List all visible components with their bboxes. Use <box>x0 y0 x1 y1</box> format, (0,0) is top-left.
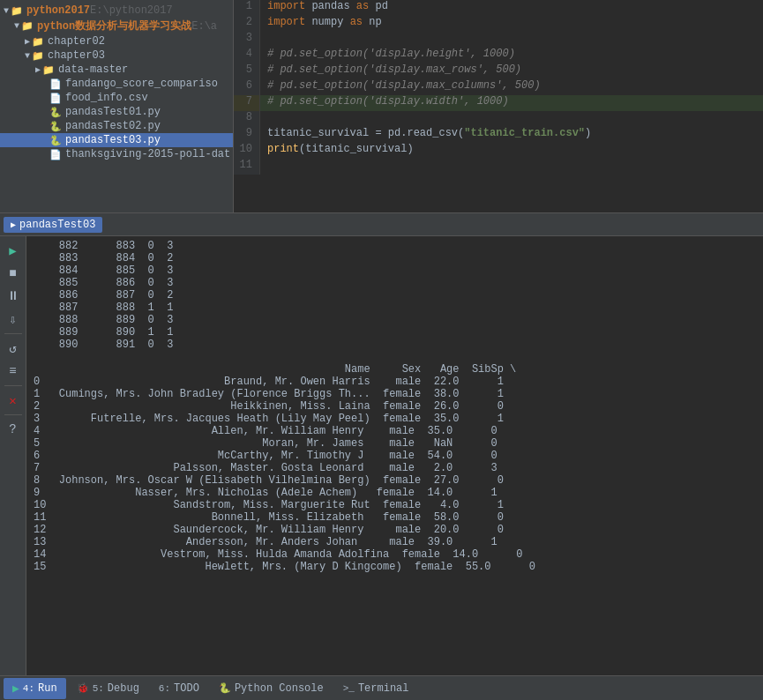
bottom-tab-todo[interactable]: 6: TODO <box>150 678 208 699</box>
file-icon: 📄 <box>49 149 62 160</box>
tab-number: 4: <box>23 683 34 694</box>
line-content[interactable]: # pd.set_option('display.max_rows', 500) <box>260 63 763 79</box>
code-line-10: 10 print(titanic_survival) <box>234 143 763 159</box>
code-line-6: 6 # pd.set_option('display.max_columns',… <box>234 79 763 95</box>
bottom-tab-terminal[interactable]: >_ Terminal <box>334 678 418 699</box>
tree-label: food_info.csv <box>65 92 148 104</box>
folder-icon: 📁 <box>21 20 34 32</box>
console-output: 882 883 0 3 883 884 0 2 884 885 0 3 885 … <box>26 236 763 675</box>
code-line-3: 3 <box>234 32 763 48</box>
line-content[interactable]: # pd.set_option('display.width', 1000) <box>260 95 763 111</box>
tree-item-fandango[interactable]: 📄 fandango_score_compariso <box>0 77 233 91</box>
toolbar-separator <box>4 414 22 415</box>
bottom-tab-run[interactable]: ▶ 4: Run <box>4 678 66 699</box>
line-content[interactable]: import pandas as pd <box>260 0 763 16</box>
run-tab-bar: ▶ pandasTest03 <box>0 213 763 236</box>
line-content[interactable]: print(titanic_survival) <box>260 143 763 159</box>
tree-label: data-master <box>58 63 128 76</box>
line-number: 11 <box>234 159 260 175</box>
tree-item-pandastest03[interactable]: 🐍 pandasTest03.py <box>0 133 233 147</box>
tree-label: chapter02 <box>48 35 105 48</box>
run-tab-pandastest03[interactable]: ▶ pandasTest03 <box>4 217 102 233</box>
code-editor: 1 import pandas as pd 2 import numpy as … <box>234 0 763 212</box>
line-content[interactable] <box>260 111 763 127</box>
tree-item-chapter02[interactable]: ▶ 📁 chapter02 <box>0 34 233 48</box>
file-icon: 📄 <box>49 93 62 104</box>
arrow-icon: ▶ <box>35 64 41 75</box>
folder-icon: 📁 <box>32 36 44 48</box>
file-icon: 📄 <box>49 78 62 90</box>
run-button[interactable]: ▶ <box>3 240 24 261</box>
tab-label: TODO <box>174 682 199 695</box>
line-number: 2 <box>234 16 260 32</box>
line-number: 9 <box>234 127 260 143</box>
code-line-1: 1 import pandas as pd <box>234 0 763 16</box>
bottom-tab-python-console[interactable]: 🐍 Python Console <box>210 678 333 699</box>
tab-label: Debug <box>108 682 139 695</box>
tree-item-chapter03[interactable]: ▼ 📁 chapter03 <box>0 48 233 63</box>
line-number: 6 <box>234 79 260 95</box>
tree-item-data-master[interactable]: ▶ 📁 data-master <box>0 63 233 77</box>
tab-label: Python Console <box>235 682 324 695</box>
code-line-9: 9 titanic_survival = pd.read_csv("titani… <box>234 127 763 143</box>
arrow-icon: ▼ <box>14 21 19 31</box>
line-content[interactable]: import numpy as np <box>260 16 763 32</box>
tree-item-pandastest02[interactable]: 🐍 pandasTest02.py <box>0 119 233 133</box>
bottom-tab-debug[interactable]: 🐞 5: Debug <box>68 678 148 699</box>
tab-number: 5: <box>93 683 104 694</box>
tree-item-python2017[interactable]: ▼ 📁 python2017 E:\python2017 <box>0 4 233 18</box>
line-number: 10 <box>234 143 260 159</box>
output-text: 882 883 0 3 883 884 0 2 884 885 0 3 885 … <box>34 240 535 573</box>
run-icon: ▶ <box>11 220 16 230</box>
tree-label: chapter03 <box>48 49 105 62</box>
tab-label: Run <box>38 682 57 695</box>
line-content[interactable]: # pd.set_option('display.max_columns', 5… <box>260 79 763 95</box>
tree-item-python-book[interactable]: ▼ 📁 python数据分析与机器学习实战 E:\a <box>0 18 233 34</box>
line-content[interactable]: titanic_survival = pd.read_csv("titanic_… <box>260 127 763 143</box>
tree-item-food-info[interactable]: 📄 food_info.csv <box>0 91 233 105</box>
file-tree: ▼ 📁 python2017 E:\python2017 ▼ 📁 python数… <box>0 0 234 212</box>
folder-icon: 📁 <box>42 64 55 76</box>
tree-label: python数据分析与机器学习实战 <box>37 19 191 34</box>
arrow-icon: ▼ <box>25 51 30 61</box>
terminal-icon: >_ <box>343 683 355 694</box>
py-file-icon: 🐍 <box>49 121 62 132</box>
tree-item-pandastest01[interactable]: 🐍 pandasTest01.py <box>0 105 233 119</box>
settings-button[interactable]: ≡ <box>3 361 24 382</box>
py-file-icon: 🐍 <box>49 107 62 118</box>
bug-icon: 🐞 <box>77 682 89 694</box>
toolbar-separator <box>4 333 22 334</box>
stop-button[interactable]: ■ <box>3 263 24 284</box>
play-icon: ▶ <box>12 681 19 696</box>
tree-label: pandasTest03.py <box>65 134 161 146</box>
pause-button[interactable]: ⏸ <box>3 286 24 307</box>
line-content[interactable] <box>260 32 763 48</box>
line-number: 5 <box>234 63 260 79</box>
help-button[interactable]: ? <box>3 419 24 440</box>
tab-label: Terminal <box>358 682 409 695</box>
top-area: ▼ 📁 python2017 E:\python2017 ▼ 📁 python数… <box>0 0 763 213</box>
tree-label: fandango_score_compariso <box>65 78 218 90</box>
line-content[interactable] <box>260 159 763 175</box>
tab-number: 6: <box>159 683 170 694</box>
run-tab-label: pandasTest03 <box>19 219 95 231</box>
step-button[interactable]: ⇩ <box>3 309 24 330</box>
line-number: 1 <box>234 0 260 16</box>
tree-path: E:\python2017 <box>90 4 173 17</box>
code-line-5: 5 # pd.set_option('display.max_rows', 50… <box>234 63 763 79</box>
line-number: 4 <box>234 48 260 63</box>
tree-item-thanksgiving[interactable]: 📄 thanksgiving-2015-poll-dat <box>0 147 233 161</box>
code-line-8: 8 <box>234 111 763 127</box>
left-toolbar: ▶ ■ ⏸ ⇩ ↺ ≡ ✕ ? <box>0 236 26 675</box>
tree-label: pandasTest01.py <box>65 106 161 118</box>
code-line-4: 4 # pd.set_option('display.height', 1000… <box>234 48 763 63</box>
line-number: 3 <box>234 32 260 48</box>
tree-label: python2017 <box>26 4 90 17</box>
rerun-button[interactable]: ↺ <box>3 338 24 359</box>
line-content[interactable]: # pd.set_option('display.height', 1000) <box>260 48 763 63</box>
arrow-icon: ▶ <box>25 36 30 47</box>
python-icon: 🐍 <box>219 682 231 694</box>
toolbar-separator <box>4 385 22 386</box>
tree-label: thanksgiving-2015-poll-dat <box>65 148 230 160</box>
close-button[interactable]: ✕ <box>3 390 24 411</box>
